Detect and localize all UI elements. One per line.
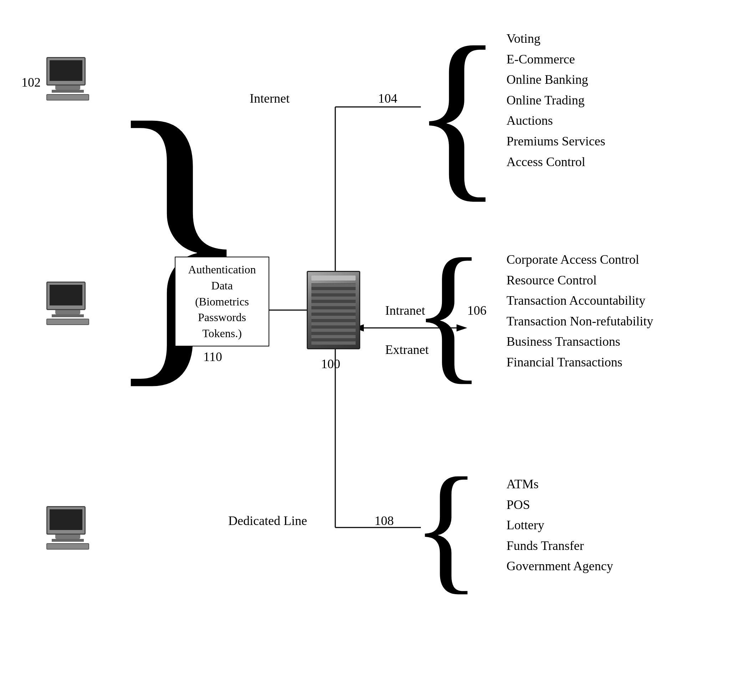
computer-1 bbox=[46, 57, 89, 101]
internet-services-list: Voting E-Commerce Online Banking Online … bbox=[506, 29, 605, 172]
service-corporate: Corporate Access Control bbox=[506, 250, 653, 270]
service-business: Business Transactions bbox=[506, 331, 653, 352]
service-access: Access Control bbox=[506, 152, 605, 172]
service-lottery: Lottery bbox=[506, 515, 613, 536]
computer-brace: } bbox=[102, 75, 256, 396]
dedicated-services-list: ATMs POS Lottery Funds Transfer Governme… bbox=[506, 474, 613, 576]
label-102: 102 bbox=[21, 75, 41, 90]
dedicated-number: 108 bbox=[374, 513, 394, 528]
internet-label: Internet bbox=[250, 91, 290, 106]
diagram-container: } 102 Authentication Data (Biometrics Pa… bbox=[0, 0, 749, 700]
computer-3 bbox=[46, 506, 89, 550]
label-110: 110 bbox=[203, 349, 222, 364]
screen-3 bbox=[50, 509, 83, 530]
service-voting: Voting bbox=[506, 29, 605, 49]
auth-line-2: Data bbox=[182, 278, 262, 294]
auth-line-5: Tokens.) bbox=[182, 325, 262, 342]
intranet-services-list: Corporate Access Control Resource Contro… bbox=[506, 250, 653, 373]
service-trading: Online Trading bbox=[506, 90, 605, 111]
base-2 bbox=[55, 310, 80, 314]
server-device bbox=[307, 271, 360, 349]
internet-number: 104 bbox=[378, 91, 397, 106]
monitor-1 bbox=[46, 57, 86, 85]
keyboard-3 bbox=[46, 543, 89, 550]
label-100: 100 bbox=[321, 357, 340, 371]
service-gov: Government Agency bbox=[506, 556, 613, 576]
dedicated-brace: { bbox=[412, 456, 480, 599]
auth-line-1: Authentication bbox=[182, 262, 262, 278]
service-auctions: Auctions bbox=[506, 110, 605, 131]
auth-line-4: Passwords bbox=[182, 310, 262, 325]
service-ecommerce: E-Commerce bbox=[506, 49, 605, 70]
service-banking: Online Banking bbox=[506, 70, 605, 90]
auth-line-3: (Biometrics bbox=[182, 294, 262, 310]
base-3 bbox=[55, 535, 80, 539]
service-transaction-non: Transaction Non-refutability bbox=[506, 311, 653, 332]
intranet-brace: { bbox=[412, 235, 485, 389]
monitor-3 bbox=[46, 506, 86, 535]
computer-2 bbox=[46, 282, 89, 325]
keyboard-2 bbox=[46, 319, 89, 325]
service-atm: ATMs bbox=[506, 474, 613, 495]
keyboard-1 bbox=[46, 94, 89, 101]
service-pos: POS bbox=[506, 495, 613, 515]
internet-brace: { bbox=[412, 18, 503, 207]
stand-2 bbox=[52, 314, 84, 317]
base-1 bbox=[55, 85, 80, 90]
monitor-2 bbox=[46, 282, 86, 310]
screen-1 bbox=[50, 60, 83, 81]
service-financial: Financial Transactions bbox=[506, 352, 653, 373]
screen-2 bbox=[50, 285, 83, 305]
stand-3 bbox=[52, 539, 84, 542]
service-premiums: Premiums Services bbox=[506, 131, 605, 152]
service-resource: Resource Control bbox=[506, 270, 653, 291]
auth-box: Authentication Data (Biometrics Password… bbox=[175, 257, 269, 346]
dedicated-label: Dedicated Line bbox=[228, 513, 307, 528]
stand-1 bbox=[52, 90, 84, 93]
service-funds: Funds Transfer bbox=[506, 536, 613, 557]
service-transaction-acc: Transaction Accountability bbox=[506, 290, 653, 311]
